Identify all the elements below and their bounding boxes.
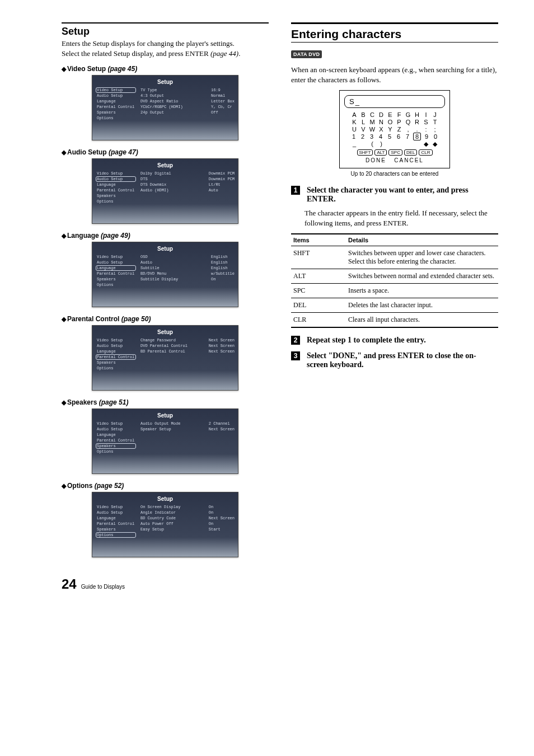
table-cell-item: CLR bbox=[291, 313, 346, 328]
keyboard-key: 5 bbox=[386, 133, 393, 140]
menu-item: Options bbox=[96, 199, 136, 204]
keyboard-key: Z bbox=[396, 126, 402, 133]
intro-line2c: . bbox=[238, 49, 240, 58]
menu-item: Speakers bbox=[96, 443, 136, 449]
keyboard-entry-field: S_ bbox=[344, 95, 445, 108]
setting-value: Y, Cb, Cr bbox=[211, 104, 235, 110]
setting-value: On bbox=[209, 504, 235, 510]
setting-label: Change Password bbox=[140, 337, 203, 343]
keyboard-key: _ bbox=[351, 140, 358, 148]
table-cell-detail: Deletes the last character input. bbox=[346, 298, 498, 313]
step-1-body: The character appears in the entry field… bbox=[305, 208, 498, 228]
keyboard-key: . bbox=[414, 126, 420, 133]
menu-item: Parental Control bbox=[96, 438, 136, 443]
screenshot-title: Setup bbox=[92, 159, 238, 171]
step-3-number: 3 bbox=[291, 351, 300, 360]
items-table: Items Details SHFTSwitches between upper… bbox=[291, 233, 498, 328]
keyboard-key: F bbox=[396, 111, 402, 118]
step-2-title: Repeat step 1 to complete the entry. bbox=[307, 336, 426, 344]
table-cell-item: SPC bbox=[291, 284, 346, 298]
setup-intro: Enters the Setup displays for changing t… bbox=[62, 39, 269, 58]
menu-item: Parental Control bbox=[96, 271, 136, 276]
step-1-title: Select the character you want to enter, … bbox=[307, 186, 469, 203]
keyboard-fn-key: DEL bbox=[404, 149, 418, 156]
setup-screenshot: SetupVideo SetupAudio SetupLanguageParen… bbox=[92, 158, 238, 224]
setting-value: On bbox=[211, 276, 235, 282]
setting-label: On Screen Display bbox=[140, 504, 203, 510]
menu-item: Parental Control bbox=[96, 521, 136, 527]
keyboard-key: L bbox=[360, 119, 367, 125]
setting-label: Auto Power Off bbox=[140, 521, 203, 527]
setting-value: Downmix PCM bbox=[209, 171, 235, 176]
menu-item: Parental Control bbox=[96, 104, 136, 110]
setting-value: English bbox=[211, 254, 235, 260]
keyboard-key: G bbox=[405, 111, 411, 118]
table-header-details: Details bbox=[346, 234, 498, 246]
keyboard-key: 2 bbox=[359, 133, 366, 140]
setup-heading: Setup bbox=[62, 26, 269, 37]
setting-label: Angle Indicator bbox=[140, 510, 203, 515]
setting-label: TV Type bbox=[140, 87, 205, 93]
menu-item: Video Setup bbox=[96, 504, 136, 510]
keyboard-key bbox=[414, 140, 420, 148]
menu-item: Options bbox=[96, 532, 136, 538]
menu-item: Language bbox=[96, 182, 136, 187]
data-dvd-badge: DATA DVD bbox=[291, 50, 322, 58]
keyboard-key: Y bbox=[387, 126, 394, 133]
keyboard-key: 8 bbox=[413, 133, 421, 140]
setting-value: English bbox=[211, 260, 235, 265]
section-heading: ◆Audio Setup (page 47) bbox=[62, 148, 269, 156]
section-title: Audio Setup bbox=[67, 148, 107, 156]
menu-item: Options bbox=[96, 449, 136, 454]
keyboard-fn-key: ALT bbox=[374, 149, 387, 156]
onscreen-keyboard: S_ ABCDEFGHIJKLMNOPQRSTUVWXYZ,.:;1234567… bbox=[339, 90, 450, 168]
menu-item: Audio Setup bbox=[96, 260, 136, 265]
menu-item: Language bbox=[96, 432, 136, 438]
screenshot-title: Setup bbox=[92, 326, 238, 337]
table-cell-detail: Clears all input characters. bbox=[346, 313, 498, 328]
section-page-ref: (page 45) bbox=[107, 65, 137, 73]
section-page-ref: (page 52) bbox=[95, 482, 124, 490]
menu-item: Parental Control bbox=[96, 354, 136, 360]
setup-screenshot: SetupVideo SetupAudio SetupLanguageParen… bbox=[92, 75, 238, 140]
setting-value: Next Screen bbox=[209, 349, 235, 354]
table-row: SHFTSwitches between upper and lower cas… bbox=[291, 246, 498, 269]
keyboard-key: O bbox=[387, 119, 394, 125]
keyboard-key: W bbox=[369, 126, 376, 133]
menu-item: Language bbox=[96, 265, 136, 271]
setting-label: 4:3 Output bbox=[140, 93, 205, 98]
setting-label: 24p Output bbox=[140, 110, 205, 115]
keyboard-key: B bbox=[360, 111, 367, 118]
keyboard-key: X bbox=[378, 126, 385, 133]
keyboard-key: C bbox=[369, 111, 376, 118]
keyboard-key: 9 bbox=[423, 133, 430, 140]
table-cell-item: SHFT bbox=[291, 246, 346, 269]
menu-item: Parental Control bbox=[96, 187, 136, 193]
section-title: Video Setup bbox=[67, 65, 106, 73]
keyboard-done: DONE bbox=[366, 157, 386, 163]
screenshot-title: Setup bbox=[92, 76, 238, 87]
menu-item: Video Setup bbox=[96, 337, 136, 343]
keyboard-fn-key: SPC bbox=[388, 149, 402, 156]
setup-screenshot: SetupVideo SetupAudio SetupLanguageParen… bbox=[92, 242, 238, 307]
menu-item: Audio Setup bbox=[96, 176, 136, 182]
setting-label: Audio bbox=[140, 260, 205, 265]
setting-label: DTS bbox=[140, 176, 203, 182]
intro-line1: Enters the Setup displays for changing t… bbox=[62, 39, 235, 48]
setting-value: Next Screen bbox=[209, 426, 235, 432]
screenshot-title: Setup bbox=[92, 492, 238, 504]
intro-line2a: Select the related Setup display, and pr… bbox=[62, 49, 210, 58]
menu-item: Audio Setup bbox=[96, 93, 136, 98]
keyboard-key: N bbox=[378, 119, 385, 125]
keyboard-key: P bbox=[396, 119, 402, 125]
keyboard-key: Q bbox=[405, 119, 411, 125]
section-title: Parental Control bbox=[67, 315, 119, 323]
keyboard-key bbox=[405, 140, 411, 148]
section-page-ref: (page 47) bbox=[109, 148, 138, 156]
keyboard-key: V bbox=[360, 126, 367, 133]
page-number: 24 bbox=[62, 576, 77, 592]
table-row: SPCInserts a space. bbox=[291, 284, 498, 298]
table-cell-detail: Inserts a space. bbox=[346, 284, 498, 298]
setting-value: Next Screen bbox=[209, 343, 235, 349]
menu-item: Language bbox=[96, 349, 136, 354]
